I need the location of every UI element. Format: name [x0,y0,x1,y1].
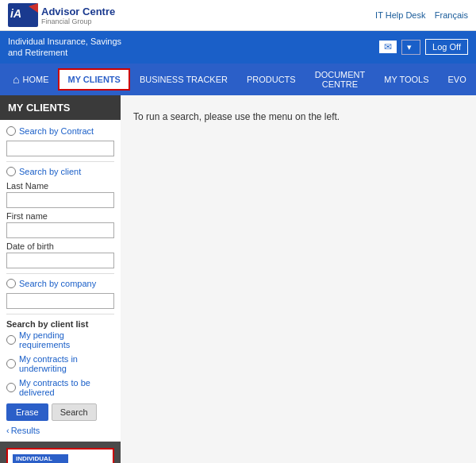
francais-link[interactable]: Français [435,10,468,20]
top-links: IT Help Desk Français [375,10,468,21]
nav-business-tracker-label: BUSINESS TRACKER [140,75,228,84]
pending-group: My pending requirements [6,330,114,349]
nav-my-tools-label: MY TOOLS [384,75,428,84]
info-bar-right: ▾ Log Off [379,39,468,55]
ad-tag: INDIVIDUAL SAVINGS [13,454,68,463]
nav-document-centre[interactable]: DOCUMENTCENTRE [305,64,375,95]
logo-text-area: Advisor Centre Financial Group [41,6,115,25]
main-message: To run a search, please use the menu on … [133,111,463,122]
dob-input[interactable] [6,253,114,268]
btn-row: Erase Search [6,403,114,421]
sidebar: MY CLIENTS Search by Contract Search by … [0,95,121,463]
mail-icon[interactable] [379,41,397,53]
underwriting-label[interactable]: My contracts in underwriting [6,354,114,373]
it-help-link[interactable]: IT Help Desk [375,10,425,20]
sidebar-body: Search by Contract Search by client Last… [0,120,121,442]
logo-group: Financial Group [41,17,115,25]
company-input[interactable] [6,293,114,309]
info-line2: and Retirement [8,47,121,58]
underwriting-radio[interactable] [6,359,16,368]
nav-evo-label: EVO [448,75,466,84]
results-label: Results [11,426,40,435]
nav-home[interactable]: ⌂ HOME [3,67,58,92]
ad-content: INDIVIDUAL SAVINGS Obtain your clients' … [8,449,73,463]
nav-my-clients-label: MY CLIENTS [67,75,120,84]
search-client-group: Search by client [6,167,114,176]
first-name-input[interactable] [6,222,114,238]
nav-products[interactable]: PRODUCTS [237,68,305,91]
home-icon: ⌂ [13,73,19,86]
search-contract-group: Search by Contract [6,126,114,136]
divider3 [6,314,114,314]
nav-my-tools[interactable]: MY TOOLS [374,68,438,91]
ia-logo: iA [8,3,38,27]
nav-document-centre-label: DOCUMENTCENTRE [315,70,366,89]
svg-text:iA: iA [10,7,21,20]
main-layout: MY CLIENTS Search by Contract Search by … [0,95,476,463]
underwriting-group: My contracts in underwriting [6,354,114,373]
logo-svg: iA [8,3,38,27]
erase-button[interactable]: Erase [6,403,48,421]
first-name-label: First name [6,211,114,221]
divider1 [6,161,114,162]
deliver-label[interactable]: My contracts to be delivered [6,378,114,397]
top-bar: iA Advisor Centre Financial Group IT Hel… [0,0,476,31]
search-contract-label[interactable]: Search by Contract [6,126,114,136]
dob-label: Date of birth [6,241,114,251]
nav-business-tracker[interactable]: BUSINESS TRACKER [130,68,237,91]
search-company-group: Search by company [6,279,114,288]
ad-banner: INDIVIDUAL SAVINGS Obtain your clients' … [6,448,114,463]
search-client-radio[interactable] [6,167,16,176]
nav-home-label: HOME [22,75,48,84]
search-contract-radio[interactable] [6,126,16,136]
nav-my-clients[interactable]: MY CLIENTS [58,68,129,91]
client-list-label: Search by client list [6,319,114,329]
search-button[interactable]: Search [52,403,97,421]
deliver-radio[interactable] [6,383,16,392]
contract-input[interactable] [6,141,114,156]
pending-radio[interactable] [6,335,16,345]
deliver-group: My contracts to be delivered [6,378,114,397]
results-link[interactable]: ‹ Results [6,426,114,435]
chevron-left-icon: ‹ [6,426,10,435]
search-client-label[interactable]: Search by client [6,167,114,176]
last-name-label: Last Name [6,181,114,191]
dropdown-button[interactable]: ▾ [401,40,420,55]
logo-title: Advisor Centre [41,6,115,17]
info-bar-text: Individual Insurance, Savings and Retire… [8,36,121,59]
sidebar-title: MY CLIENTS [0,95,121,120]
search-company-label[interactable]: Search by company [6,279,114,288]
logout-button[interactable]: Log Off [425,39,468,55]
info-line1: Individual Insurance, Savings [8,36,121,47]
nav-products-label: PRODUCTS [247,75,296,84]
search-company-radio[interactable] [6,279,16,288]
logo-area: iA Advisor Centre Financial Group [8,3,115,27]
last-name-input[interactable] [6,192,114,208]
pending-label[interactable]: My pending requirements [6,330,114,349]
nav-bar: ⌂ HOME MY CLIENTS BUSINESS TRACKER PRODU… [0,64,476,95]
divider2 [6,273,114,274]
info-bar: Individual Insurance, Savings and Retire… [0,31,476,64]
nav-evo[interactable]: EVO [439,68,476,91]
main-content: To run a search, please use the menu on … [121,95,476,463]
